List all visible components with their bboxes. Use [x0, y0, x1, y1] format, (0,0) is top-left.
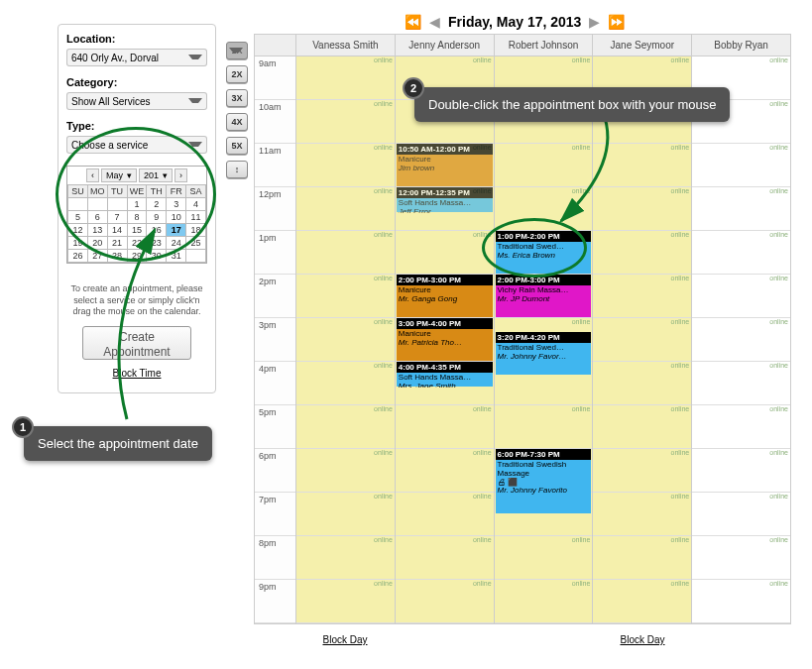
zoom-button[interactable]: 4X: [226, 113, 248, 131]
staff-column-header[interactable]: Jane Seymoor: [593, 35, 692, 56]
online-label: online: [374, 318, 393, 325]
appointment[interactable]: 3:20 PM-4:20 PMTraditional Swed…Mr. John…: [496, 332, 592, 376]
zoom-button[interactable]: 2X: [226, 65, 248, 83]
minical-day[interactable]: 15: [127, 224, 147, 237]
minical-day[interactable]: 10: [167, 211, 186, 224]
online-label: online: [374, 580, 393, 587]
day-column[interactable]: onlineonlineonlineonlineonlineonlineonli…: [495, 56, 594, 623]
appointment[interactable]: 10:50 AM-12:00 PMManicureJim brown: [397, 144, 493, 187]
calendar-columns: onlineonlineonlineonlineonlineonlineonli…: [296, 56, 790, 623]
appointment-time: 4:00 PM-4:35 PM: [397, 362, 493, 373]
minical-day[interactable]: 27: [87, 250, 107, 263]
minical-day[interactable]: 2: [147, 198, 167, 211]
minical-day[interactable]: 13: [87, 224, 107, 237]
online-label: online: [671, 449, 690, 456]
minical-day[interactable]: 25: [186, 237, 206, 250]
minical-day[interactable]: 16: [147, 224, 167, 237]
minical-next[interactable]: ›: [174, 168, 187, 182]
zoom-button[interactable]: ↕: [226, 161, 248, 178]
minical-day[interactable]: 28: [107, 250, 127, 263]
minical-day[interactable]: 23: [147, 237, 167, 250]
minical-day[interactable]: 29: [127, 250, 147, 263]
appointment-time: 6:00 PM-7:30 PM: [496, 449, 592, 460]
fast-prev-icon[interactable]: ⏪: [405, 14, 421, 30]
online-label: online: [671, 362, 690, 369]
block-day-link[interactable]: Block Day: [620, 634, 664, 645]
appointment-client: Jim brown: [399, 165, 491, 173]
minical-day[interactable]: 20: [87, 237, 107, 250]
minical-day[interactable]: 11: [186, 211, 206, 224]
staff-column-header[interactable]: Bobby Ryan: [692, 35, 790, 56]
online-label: online: [374, 187, 393, 194]
day-column[interactable]: onlineonlineonlineonlineonlineonlineonli…: [593, 56, 692, 623]
staff-column-header[interactable]: Vanessa Smith: [296, 35, 396, 56]
fast-next-icon[interactable]: ⏩: [608, 14, 625, 30]
staff-column-header[interactable]: Robert Johnson: [495, 35, 594, 56]
zoom-button[interactable]: 3X: [226, 89, 248, 107]
minical-day[interactable]: 7: [107, 211, 127, 224]
minical-day[interactable]: 1: [127, 198, 147, 211]
minical-day[interactable]: 26: [68, 250, 88, 263]
minical-day[interactable]: 8: [127, 211, 147, 224]
block-day-link[interactable]: Block Day: [322, 634, 367, 645]
minical-day[interactable]: 18: [186, 224, 206, 237]
day-column[interactable]: onlineonlineonlineonlineonlineonlineonli…: [396, 56, 495, 623]
sidebar: Location: 640 Orly Av., Dorval Category:…: [58, 24, 216, 393]
minical-day[interactable]: 5: [68, 211, 88, 224]
appointment-time: 3:00 PM-4:00 PM: [397, 318, 493, 329]
appointment[interactable]: 12:00 PM-12:35 PMSoft Hands Massa…Jeff E…: [397, 187, 493, 213]
appointment[interactable]: 4:00 PM-4:35 PMSoft Hands Massa…Mrs. Jan…: [397, 362, 493, 388]
location-value: 640 Orly Av., Dorval: [71, 53, 159, 63]
online-label: online: [769, 100, 788, 107]
appointment-client: Jeff Error: [399, 208, 491, 213]
minical-day[interactable]: 24: [167, 237, 186, 250]
online-label: online: [769, 231, 788, 238]
prev-icon[interactable]: ◀: [429, 14, 440, 30]
appointment[interactable]: 2:00 PM-3:00 PMVichy Rain Massa…Mr. JP D…: [496, 275, 592, 318]
minical-day[interactable]: 3: [167, 198, 186, 211]
zoom-button[interactable]: 1X: [226, 42, 248, 59]
minical-day[interactable]: 21: [107, 237, 127, 250]
minical-day[interactable]: 22: [127, 237, 147, 250]
minical-month[interactable]: May▾: [101, 168, 137, 182]
next-icon[interactable]: ▶: [589, 14, 600, 30]
minical-prev[interactable]: ‹: [86, 168, 99, 182]
create-appointment-button[interactable]: CreateAppointment: [82, 326, 191, 360]
appointment[interactable]: 3:00 PM-4:00 PMManicureMr. Patricia Tho…: [397, 318, 493, 362]
block-time-link[interactable]: Block Time: [66, 368, 207, 379]
day-column[interactable]: onlineonlineonlineonlineonlineonlineonli…: [296, 56, 396, 623]
online-label: online: [473, 580, 492, 587]
minical-year[interactable]: 201▾: [139, 168, 173, 182]
online-label: online: [671, 56, 690, 63]
online-label: online: [671, 187, 690, 194]
type-select[interactable]: Choose a service: [66, 136, 207, 154]
minical-day[interactable]: 9: [147, 211, 167, 224]
zoom-button[interactable]: 5X: [226, 137, 248, 155]
minical-day[interactable]: 31: [167, 250, 186, 263]
online-label: online: [769, 405, 788, 412]
minical-day: [107, 198, 127, 211]
time-label: 12pm: [255, 187, 295, 231]
online-label: online: [769, 362, 788, 369]
minical-day[interactable]: 14: [107, 224, 127, 237]
minical-day[interactable]: 12: [68, 224, 88, 237]
minical-day[interactable]: 4: [186, 198, 206, 211]
minical-dow: SA: [186, 185, 206, 198]
appointment-client: Mr. Patricia Tho…: [399, 339, 491, 348]
minical-day[interactable]: 30: [147, 250, 167, 263]
minical-day[interactable]: 17: [167, 224, 186, 237]
create-instructions: To create an appointment, please select …: [66, 283, 207, 318]
calendar: Vanessa SmithJenny AndersonRobert Johnso…: [254, 34, 791, 624]
online-label: online: [671, 144, 690, 151]
minical-day[interactable]: 6: [87, 211, 107, 224]
appointment[interactable]: 1:00 PM-2:00 PMTraditional Swed…Ms. Eric…: [496, 231, 592, 275]
minical-day[interactable]: 19: [68, 237, 88, 250]
location-select[interactable]: 640 Orly Av., Dorval: [66, 49, 207, 66]
day-column[interactable]: onlineonlineonlineonlineonlineonlineonli…: [692, 56, 790, 623]
category-select[interactable]: Show All Services: [66, 92, 207, 110]
time-label: 6pm: [255, 449, 295, 493]
appointment[interactable]: 2:00 PM-3:00 PMManicureMr. Ganga Gong: [397, 275, 493, 318]
staff-column-header[interactable]: Jenny Anderson: [396, 35, 495, 56]
appointment[interactable]: 6:00 PM-7:30 PMTraditional Swedish Massa…: [496, 449, 592, 514]
minical-dow: TH: [147, 185, 167, 198]
